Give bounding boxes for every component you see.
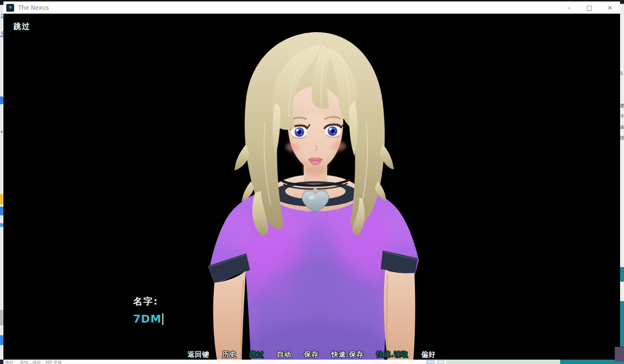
app-icon: ✳ [6, 4, 14, 12]
background-text-fragment: 更 千 由 技 [620, 100, 624, 143]
character-portrait [3, 14, 620, 360]
maximize-button[interactable]: □ [579, 1, 600, 14]
background-window-fragment [0, 335, 3, 345]
background-window-right-sliver: 5 更 千 由 技 [620, 0, 624, 364]
background-window-fragment [620, 267, 624, 282]
background-window-fragment [620, 0, 624, 4]
background-window-fragment [0, 360, 3, 364]
quickmenu-save[interactable]: 保存 [304, 350, 319, 359]
name-input[interactable]: 7DM [133, 313, 163, 325]
star-icon: ★ [0, 130, 3, 134]
background-icon-fragment [0, 96, 3, 104]
name-prompt: 名字: 7DM [133, 295, 163, 325]
text-caret [162, 313, 163, 325]
quick-menu: 返回键 历史 跳过 自动 保存 快速.保存 快速.读取 偏好 [3, 350, 620, 359]
background-window-fragment [0, 223, 3, 227]
background-window-fragment [560, 360, 620, 364]
background-window-fragment [0, 207, 3, 215]
window-title: The Nexus [18, 4, 49, 11]
background-window-left-sliver: 1 S ★ [0, 0, 3, 364]
quickmenu-history[interactable]: 历史 [222, 350, 237, 359]
background-window-fragment [0, 310, 3, 326]
background-text-fragment: 1 [0, 13, 3, 18]
minimize-button[interactable]: – [559, 1, 579, 14]
quickmenu-back[interactable]: 返回键 [188, 350, 210, 359]
background-text-fragment: 5 [620, 71, 624, 76]
quickmenu-quicksave[interactable]: 快速.保存 [332, 350, 364, 359]
background-window-fragment [446, 360, 560, 364]
background-window-fragment [620, 301, 624, 346]
desktop-screen: 1 S ★ 5 更 千 由 技 项目， 添加...项目，MP 变换 ✳ [0, 0, 624, 364]
background-char: 更 [620, 100, 624, 111]
game-viewport: 跳过 名字: 7DM 返回键 历史 跳过 自动 保存 快速.保存 快速.读取 偏… [3, 14, 620, 360]
quickmenu-quickload[interactable]: 快速.读取 [376, 350, 409, 359]
window-titlebar: ✳ The Nexus – □ × [3, 1, 620, 14]
background-char: 千 [620, 111, 624, 122]
background-window-bottom-sliver: 项目， 添加...项目，MP 变换 [3, 360, 620, 364]
background-text-fragment: S [0, 30, 3, 38]
background-icon-fragment [427, 360, 434, 364]
background-window-fragment [0, 194, 3, 205]
background-char: 由 [620, 122, 624, 133]
name-input-value: 7DM [133, 313, 161, 325]
background-window-fragment [620, 362, 624, 364]
background-icon-fragment [437, 360, 444, 364]
name-label: 名字: [133, 295, 163, 308]
background-window-fragment [615, 347, 624, 362]
background-text-fragment: 项目， 添加...项目，MP 变换 [5, 360, 62, 364]
quickmenu-auto[interactable]: 自动 [277, 350, 292, 359]
background-window-fragment [0, 0, 3, 5]
window-controls: – □ × [559, 1, 620, 14]
quickmenu-skip[interactable]: 跳过 [250, 350, 264, 359]
background-char: 技 [620, 133, 624, 143]
quickmenu-preferences[interactable]: 偏好 [421, 350, 436, 359]
close-button[interactable]: × [600, 1, 620, 14]
skip-indicator: 跳过 [14, 22, 30, 31]
